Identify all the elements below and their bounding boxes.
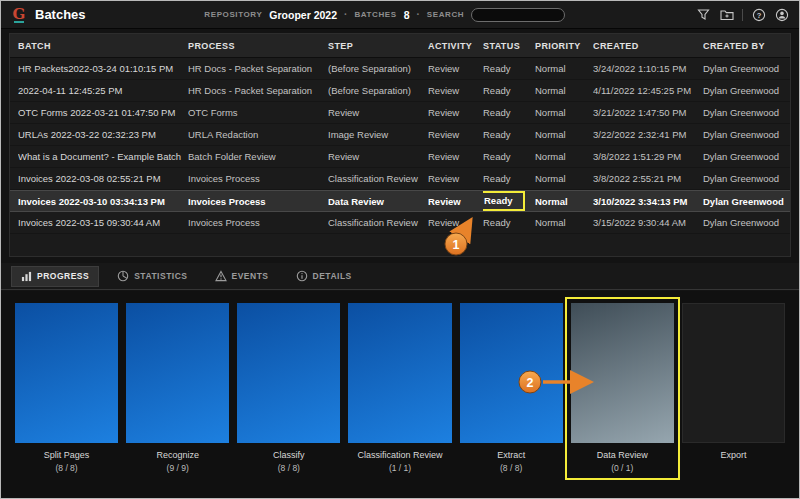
table-row[interactable]: OTC Forms 2022-03-21 01:47:50 PM OTC For… [10,102,790,124]
column-header-activity[interactable]: ACTIVITY [428,41,483,51]
tab-events[interactable]: EVENTS [206,266,278,287]
thumbnail-image[interactable] [237,303,340,443]
cell-batch: What is a Document? - Example Batch [18,151,188,162]
thumbnail-count: (8 / 8) [278,463,300,474]
thumbnail-count: (8 / 8) [55,463,77,474]
cell-created: 4/11/2022 12:45:25 PM [593,85,703,96]
cell-process: HR Docs - Packet Separation [188,85,328,96]
cell-created-by: Dylan Greenwood [703,63,790,74]
cell-activity: Review [428,63,483,74]
cell-priority: Normal [535,151,593,162]
cell-step: (Before Separation) [328,63,428,74]
column-header-created[interactable]: CREATED [593,41,703,51]
thumbnail-image[interactable] [571,303,674,443]
thumbnail-extract[interactable]: Extract (8 / 8) [460,303,563,474]
batches-label: BATCHES [354,10,396,19]
cell-process: Invoices Process [188,217,328,228]
cell-activity: Review [428,173,483,184]
cell-activity: Review [428,196,483,207]
cell-process: HR Docs - Packet Separation [188,63,328,74]
repository-value: Grooper 2022 [269,9,337,21]
bar-chart-icon [21,271,32,282]
thumbnail-image[interactable] [15,303,118,443]
bottom-panel-tabs: PROGRESS STATISTICS EVENTS DETAILS [1,263,799,290]
cell-batch: 2022-04-11 12:45:25 PM [18,85,188,96]
thumbnail-classify[interactable]: Classify (8 / 8) [237,303,340,474]
table-row[interactable]: URLAs 2022-03-22 02:32:23 PM URLA Redact… [10,124,790,146]
search-input[interactable] [471,8,565,22]
column-header-priority[interactable]: PRIORITY [535,41,593,51]
grooper-logo-icon: G [11,6,27,23]
table-row[interactable]: 2022-04-11 12:45:25 PM HR Docs - Packet … [10,80,790,102]
svg-text:?: ? [756,10,761,19]
thumbnail-image[interactable] [682,303,785,443]
separator-dot: · [344,9,347,20]
table-row[interactable]: HR Packets2022-03-24 01:10:15 PM HR Docs… [10,58,790,80]
table-row[interactable]: What is a Document? - Example Batch Batc… [10,146,790,168]
tab-statistics[interactable]: STATISTICS [108,266,196,287]
cell-status: Ready [483,85,535,96]
tab-label: PROGRESS [37,271,89,281]
repository-meta: REPOSITORY Grooper 2022 · BATCHES 8 · SE… [204,8,565,22]
search-label: SEARCH [427,10,464,19]
thumbnail-image[interactable] [460,303,563,443]
cell-activity: Review [428,107,483,118]
cell-created-by: Dylan Greenwood [703,173,790,184]
thumbnail-data-review[interactable]: Data Review (0 / 1) [571,303,674,474]
new-folder-icon[interactable] [719,7,734,22]
table-row-selected[interactable]: Invoices 2022-03-10 03:34:13 PM Invoices… [10,190,790,212]
pie-chart-icon [117,270,129,282]
column-header-step[interactable]: STEP [328,41,428,51]
cell-priority: Normal [535,85,593,96]
cell-process: OTC Forms [188,107,328,118]
cell-priority: Normal [535,107,593,118]
cell-process: Invoices Process [188,173,328,184]
cell-created-by: Dylan Greenwood [703,151,790,162]
thumbnail-label: Recognize [156,450,199,461]
cell-batch: Invoices 2022-03-15 09:30:44 AM [18,217,188,228]
page-title: Batches [35,7,86,22]
thumbnail-recognize[interactable]: Recognize (9 / 9) [126,303,229,474]
thumbnail-image[interactable] [348,303,451,443]
filter-icon[interactable] [696,7,711,22]
cell-process: Batch Folder Review [188,151,328,162]
cell-created: 3/21/2022 1:47:50 PM [593,107,703,118]
thumbnail-split-pages[interactable]: Split Pages (8 / 8) [15,303,118,474]
thumbnail-count: (9 / 9) [167,463,189,474]
cell-created-by: Dylan Greenwood [703,217,790,228]
cell-status: Ready [483,151,535,162]
separator-dot: · [417,9,420,20]
cell-process: URLA Redaction [188,129,328,140]
tab-label: STATISTICS [134,271,187,281]
help-icon[interactable]: ? [751,7,766,22]
tab-progress[interactable]: PROGRESS [11,266,99,287]
column-header-created-by[interactable]: CREATED BY [703,41,790,51]
table-row[interactable]: Invoices 2022-03-08 02:55:21 PM Invoices… [10,168,790,190]
cell-created-by: Dylan Greenwood [703,129,790,140]
thumbnail-export[interactable]: Export [682,303,785,463]
thumbnail-count: (8 / 8) [500,463,522,474]
top-bar-icons: ? [696,7,789,22]
cell-status: Ready [483,107,535,118]
cell-status: Ready [483,173,535,184]
column-header-batch[interactable]: BATCH [18,41,188,51]
column-header-status[interactable]: STATUS [483,41,535,51]
cell-created: 3/24/2022 1:10:15 PM [593,63,703,74]
thumbnail-classification-review[interactable]: Classification Review (1 / 1) [348,303,451,474]
thumbnail-label: Classify [273,450,305,461]
table-row[interactable]: Invoices 2022-03-15 09:30:44 AM Invoices… [10,212,790,234]
cell-activity: Review [428,85,483,96]
column-header-process[interactable]: PROCESS [188,41,328,51]
tab-label: DETAILS [313,271,352,281]
cell-priority: Normal [535,217,593,228]
thumbnail-image[interactable] [126,303,229,443]
info-circle-icon [296,270,308,282]
cell-batch: Invoices 2022-03-10 03:34:13 PM [18,196,188,207]
cell-batch: Invoices 2022-03-08 02:55:21 PM [18,173,188,184]
thumbnail-label: Data Review [597,450,648,461]
cell-created: 3/10/2022 3:34:13 PM [593,196,703,207]
cell-status: Ready [483,63,535,74]
account-icon[interactable] [774,7,789,22]
repository-label: REPOSITORY [204,10,262,19]
tab-details[interactable]: DETAILS [287,266,361,287]
